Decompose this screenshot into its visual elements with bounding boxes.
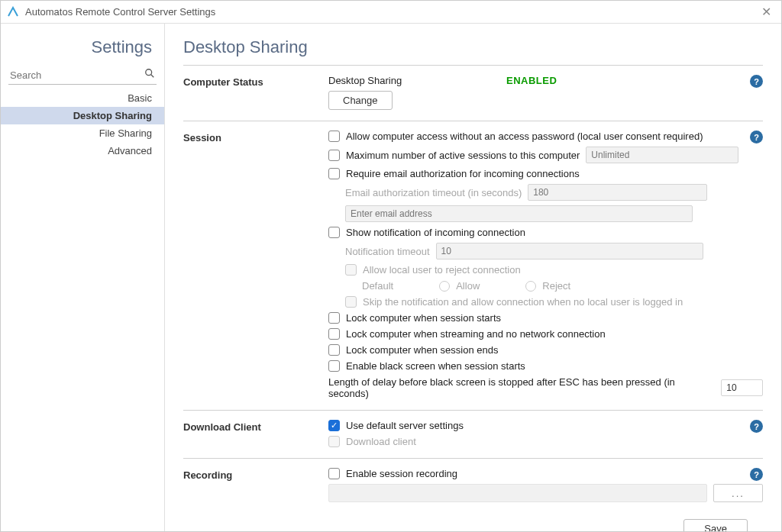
radio-allow bbox=[439, 281, 450, 292]
sidebar: Settings Basic Desktop Sharing File Shar… bbox=[1, 24, 165, 531]
chk-lock-start[interactable] bbox=[328, 312, 340, 324]
lbl-skip-notification: Skip the notification and allow connecti… bbox=[363, 296, 683, 308]
status-badge: ENABLED bbox=[506, 75, 557, 86]
input-max-sessions[interactable]: Unlimited bbox=[586, 147, 738, 163]
chk-black-screen[interactable] bbox=[328, 360, 340, 372]
chk-allow-no-password[interactable] bbox=[328, 131, 340, 142]
section-computer-status: Computer Status ? Desktop Sharing ENABLE… bbox=[183, 65, 763, 121]
lbl-lock-stream: Lock computer when streaming and no netw… bbox=[346, 328, 606, 340]
section-label: Download Client bbox=[183, 420, 328, 447]
page-title: Desktop Sharing bbox=[183, 37, 763, 57]
lbl-allow: Allow bbox=[456, 280, 480, 292]
section-recording: Recording ? Enable session recording ... bbox=[183, 458, 763, 513]
lbl-allow-reject: Allow local user to reject connection bbox=[363, 264, 521, 276]
close-icon[interactable]: ✕ bbox=[757, 3, 775, 21]
status-label: Desktop Sharing bbox=[328, 75, 500, 86]
section-download: Download Client ? Use default server set… bbox=[183, 410, 763, 458]
app-logo-icon bbox=[7, 6, 19, 18]
chk-use-default[interactable] bbox=[328, 420, 340, 431]
help-icon[interactable]: ? bbox=[750, 420, 763, 433]
lbl-download-client: Download client bbox=[346, 436, 416, 447]
app-window: Automatos Remote Control Server Settings… bbox=[0, 0, 782, 532]
input-email-timeout[interactable]: 180 bbox=[528, 184, 707, 201]
lbl-require-email: Require email authorization for incoming… bbox=[346, 168, 580, 179]
lbl-notif-timeout: Notification timeout bbox=[345, 246, 430, 257]
lbl-enable-recording: Enable session recording bbox=[346, 468, 457, 479]
window-title: Automatos Remote Control Server Settings bbox=[25, 6, 215, 18]
chk-show-notification[interactable] bbox=[328, 227, 340, 238]
chk-lock-stream[interactable] bbox=[328, 328, 340, 340]
help-icon[interactable]: ? bbox=[750, 75, 763, 88]
svg-line-1 bbox=[151, 75, 154, 78]
svg-point-0 bbox=[146, 69, 152, 76]
section-label: Computer Status bbox=[183, 75, 328, 110]
lbl-show-notification: Show notification of incoming connection bbox=[346, 227, 525, 238]
input-black-delay[interactable]: 10 bbox=[721, 379, 763, 396]
search-input[interactable] bbox=[8, 66, 157, 84]
chk-max-sessions[interactable] bbox=[328, 150, 340, 161]
chk-require-email[interactable] bbox=[328, 168, 340, 179]
lbl-allow-no-password: Allow computer access without an access … bbox=[346, 131, 703, 142]
change-button[interactable]: Change bbox=[328, 91, 393, 110]
footer: Save bbox=[183, 513, 763, 531]
section-label: Session bbox=[183, 131, 328, 399]
sidebar-item-desktop-sharing[interactable]: Desktop Sharing bbox=[1, 107, 164, 124]
titlebar: Automatos Remote Control Server Settings… bbox=[1, 1, 781, 24]
chk-skip-notification bbox=[345, 296, 357, 308]
chk-allow-reject bbox=[345, 264, 357, 276]
lbl-use-default: Use default server settings bbox=[346, 420, 464, 431]
recording-path-field[interactable] bbox=[328, 484, 707, 502]
chk-download-client bbox=[328, 436, 340, 447]
lbl-lock-end: Lock computer when session ends bbox=[346, 344, 498, 356]
radio-reject bbox=[525, 281, 536, 292]
sidebar-item-file-sharing[interactable]: File Sharing bbox=[1, 124, 164, 142]
search-icon[interactable] bbox=[144, 68, 155, 81]
section-label: Recording bbox=[183, 468, 328, 502]
browse-button[interactable]: ... bbox=[713, 484, 763, 502]
sidebar-item-advanced[interactable]: Advanced bbox=[1, 142, 164, 160]
save-button[interactable]: Save bbox=[683, 519, 748, 531]
sidebar-item-basic[interactable]: Basic bbox=[1, 89, 164, 107]
input-notif-timeout[interactable]: 10 bbox=[436, 243, 703, 260]
lbl-lock-start: Lock computer when session starts bbox=[346, 312, 501, 324]
help-icon[interactable]: ? bbox=[750, 468, 763, 481]
help-icon[interactable]: ? bbox=[750, 131, 763, 143]
lbl-reject: Reject bbox=[542, 280, 570, 292]
search-wrap bbox=[8, 66, 157, 85]
input-email-address[interactable]: Enter email address bbox=[345, 205, 693, 222]
lbl-default: Default bbox=[362, 280, 393, 292]
chk-enable-recording[interactable] bbox=[328, 468, 340, 479]
main-panel: Desktop Sharing Computer Status ? Deskto… bbox=[165, 24, 781, 531]
lbl-black-screen: Enable black screen when session starts bbox=[346, 360, 525, 372]
lbl-email-timeout: Email authorization timeout (in seconds) bbox=[345, 187, 522, 198]
section-session: Session ? Allow computer access without … bbox=[183, 121, 763, 410]
chk-lock-end[interactable] bbox=[328, 344, 340, 356]
lbl-black-delay: Length of delay before black screen is s… bbox=[328, 376, 715, 399]
lbl-max-sessions: Maximum number of active sessions to thi… bbox=[346, 150, 580, 161]
sidebar-heading: Settings bbox=[1, 37, 164, 66]
